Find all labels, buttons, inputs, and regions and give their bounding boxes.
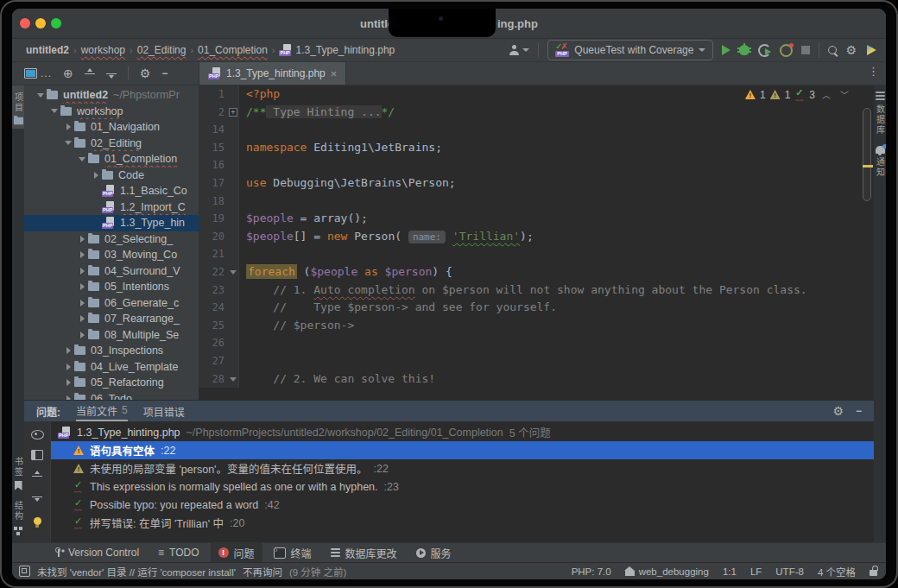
tree-item[interactable]: 01_Navigation <box>24 119 199 136</box>
code-line[interactable]: 14 <box>199 121 874 139</box>
tree-chevron-icon[interactable] <box>76 300 88 307</box>
tree-chevron-icon[interactable] <box>48 109 60 113</box>
stop-button[interactable] <box>801 46 810 54</box>
quick-fix-bulb-icon[interactable] <box>34 517 41 525</box>
debug-button[interactable] <box>739 45 749 55</box>
run-button[interactable] <box>722 45 730 55</box>
breadcrumb-item[interactable]: 01_Completion <box>198 44 268 56</box>
tool-button-database[interactable]: 数据库 <box>874 87 887 142</box>
problems-expand-all-button[interactable] <box>32 471 42 481</box>
tree-item[interactable]: 06_Generate_c <box>24 295 199 312</box>
code-line[interactable]: 22foreach ($people as $person) { <box>199 263 874 281</box>
tool-window-button-服务[interactable]: 服务 <box>408 543 459 562</box>
deployment-widget[interactable]: web_debugging <box>625 566 709 577</box>
expand-all-button[interactable] <box>85 68 95 79</box>
code-line[interactable]: 19$people = array(); <box>199 210 874 228</box>
hide-problems-button[interactable]: − <box>856 405 862 417</box>
problem-item[interactable]: !未使用的局部变量 'person'。变量的值未在任何位置使用。:22 <box>51 459 874 477</box>
tool-button-bookmarks[interactable]: 书签 <box>12 450 25 494</box>
tree-item[interactable]: 04_Surround_V <box>24 263 199 280</box>
code-line[interactable]: 27 <box>199 352 874 370</box>
profiler-button[interactable] <box>780 44 793 57</box>
tool-button-structure[interactable]: 结构 <box>12 494 25 537</box>
typo-count-icon[interactable] <box>794 89 805 100</box>
tool-button-project[interactable]: 项目 <box>12 85 24 129</box>
tree-item[interactable]: workshop <box>24 104 199 120</box>
warning-count-icon[interactable]: ! <box>745 90 756 99</box>
tab-type-hinting-file[interactable]: 1.3_Type_hinting.php × <box>199 62 346 85</box>
code-line[interactable]: 23 // 1. Auto completion on $person will… <box>199 281 874 300</box>
problems-file-row[interactable]: 1.3_Type_hinting.php~/PhpstormProjects/u… <box>51 423 874 441</box>
code-line[interactable]: 24 // Type $person-> and see for yoursel… <box>199 299 874 317</box>
project-view-select[interactable]: ... <box>24 67 52 79</box>
ide-gradient-icon[interactable] <box>865 44 877 56</box>
tab-project-errors[interactable]: 项目错误 <box>143 401 185 421</box>
tree-item[interactable]: 02_Selecting_ <box>24 231 199 248</box>
tree-chevron-icon[interactable] <box>62 364 74 370</box>
fold-collapse-icon[interactable] <box>230 270 237 275</box>
tree-item[interactable]: 1.3_Type_hin <box>24 215 199 231</box>
tool-window-button-终端[interactable]: 终端 <box>266 543 319 562</box>
problem-item[interactable]: This expression is normally spelled as o… <box>51 477 874 496</box>
problem-item[interactable]: 拼写错误: 在单词 'Trillian' 中:20 <box>51 514 874 532</box>
tree-item[interactable]: 03_Moving_Co <box>24 247 199 263</box>
tree-chevron-icon[interactable] <box>76 332 88 338</box>
breadcrumb-item[interactable]: 1.3_Type_hinting.php <box>279 44 395 56</box>
tree-chevron-icon[interactable] <box>76 268 88 275</box>
code-editor[interactable]: 1<?php2+/** Type Hinting ...*/1415namesp… <box>199 85 874 400</box>
tree-item[interactable]: untitled2~/PhpstormPr <box>24 87 199 104</box>
code-line[interactable]: 26 <box>199 334 874 352</box>
previous-problem-button[interactable]: ︿ <box>819 88 833 101</box>
status-action-link[interactable]: 不再询问 <box>243 565 282 579</box>
user-menu-button[interactable] <box>509 45 529 55</box>
project-options-button[interactable]: ⚙ <box>140 67 151 79</box>
tree-chevron-icon[interactable] <box>35 93 47 98</box>
tree-item[interactable]: 08_Multiple_Se <box>24 327 199 344</box>
tree-chevron-icon[interactable] <box>76 236 88 243</box>
unlock-icon[interactable] <box>870 570 877 576</box>
tree-chevron-icon[interactable] <box>90 172 102 179</box>
caret-position-widget[interactable]: 1:1 <box>723 566 737 577</box>
problem-item[interactable]: Possible typo: you repeated a word:42 <box>51 496 874 514</box>
next-problem-button[interactable]: ﹀ <box>838 88 851 101</box>
breadcrumb-item[interactable]: untitled2 <box>26 44 69 56</box>
open-preview-button[interactable] <box>31 450 43 460</box>
tree-chevron-icon[interactable] <box>76 283 88 290</box>
tree-item[interactable]: 07_Rearrange_ <box>24 311 199 327</box>
problems-collapse-all-button[interactable] <box>32 491 42 502</box>
tool-window-button-问题[interactable]: !问题 <box>211 543 262 562</box>
code-line[interactable]: 2+/** Type Hinting ...*/ <box>199 104 874 122</box>
line-ending-widget[interactable]: LF <box>750 566 762 577</box>
tree-chevron-icon[interactable] <box>76 251 88 258</box>
tree-chevron-icon[interactable] <box>76 157 88 161</box>
problems-options-button[interactable]: ⚙ <box>832 405 844 417</box>
view-options-button[interactable] <box>31 430 44 439</box>
code-line[interactable]: 15namespace Editing1\JetBrains; <box>199 139 874 157</box>
code-line[interactable]: 18 <box>199 193 874 211</box>
tree-item[interactable]: 02_Editing <box>24 136 199 152</box>
fold-collapse-icon[interactable] <box>230 377 237 382</box>
collapse-all-button[interactable] <box>106 68 117 79</box>
select-opened-file-button[interactable]: ⊕ <box>63 67 73 79</box>
tree-item[interactable]: 06_Todo <box>24 391 199 401</box>
tree-item[interactable]: 05_Refactoring <box>24 375 199 391</box>
tree-item[interactable]: 01_Completion <box>24 151 199 168</box>
tree-chevron-icon[interactable] <box>62 379 74 386</box>
search-everywhere-button[interactable] <box>828 46 837 54</box>
breadcrumb-item[interactable]: workshop <box>81 44 125 56</box>
encoding-widget[interactable]: UTF-8 <box>775 566 804 577</box>
tool-window-button-todo[interactable]: ≡TODO <box>150 543 206 562</box>
fold-expand-icon[interactable]: + <box>229 108 237 117</box>
tree-item[interactable]: 05_Intentions <box>24 279 199 295</box>
code-line[interactable]: 16 <box>199 156 874 174</box>
tree-chevron-icon[interactable] <box>76 315 88 322</box>
hide-panel-button[interactable]: − <box>161 67 168 79</box>
problem-item[interactable]: !语句具有空体:22 <box>51 441 874 459</box>
tool-window-button-数据库更改[interactable]: 数据库更改 <box>323 543 405 562</box>
tab-options-button[interactable]: ⋮ <box>868 62 886 85</box>
breadcrumb-item[interactable]: 02_Editing <box>137 44 187 56</box>
tree-chevron-icon[interactable] <box>62 141 74 145</box>
tool-window-switcher-icon[interactable] <box>19 566 30 577</box>
tree-chevron-icon[interactable] <box>62 123 74 130</box>
tree-item[interactable]: 1.1_Basic_Co <box>24 183 199 199</box>
